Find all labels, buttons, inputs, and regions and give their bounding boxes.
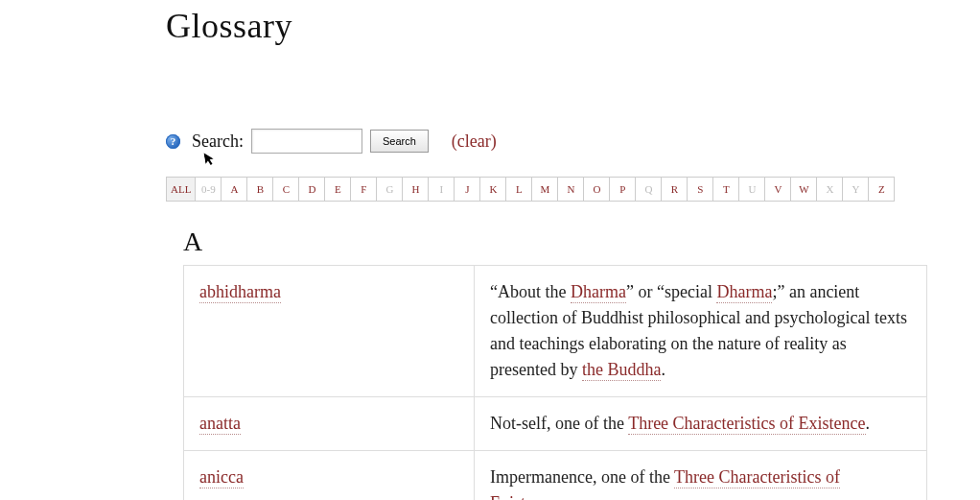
definition-cell: “About the Dharma” or “special Dharma;” … [475, 266, 927, 397]
term-link[interactable]: anatta [199, 414, 241, 435]
definition-text: . [661, 360, 665, 379]
az-cell-g: G [377, 178, 403, 201]
definition-cell: Not-self, one of the Three Characteristi… [475, 397, 927, 451]
az-cell-v[interactable]: V [765, 178, 791, 201]
az-cell-p[interactable]: P [610, 178, 636, 201]
az-cell-f[interactable]: F [351, 178, 377, 201]
az-cell-0-9: 0-9 [196, 178, 222, 201]
az-cell-m[interactable]: M [532, 178, 558, 201]
az-cell-e[interactable]: E [325, 178, 351, 201]
az-cell-s[interactable]: S [688, 178, 713, 201]
definition-text: “About the [490, 282, 571, 301]
az-cell-w[interactable]: W [791, 178, 817, 201]
az-cell-j[interactable]: J [455, 178, 480, 201]
search-button[interactable]: Search [370, 130, 429, 153]
definition-text: ” or “special [626, 282, 716, 301]
term-link[interactable]: abhidharma [199, 282, 281, 303]
inline-link[interactable]: Dharma [716, 282, 772, 303]
az-cell-z[interactable]: Z [869, 178, 894, 201]
az-cell-y: Y [843, 178, 869, 201]
term-cell: anatta [184, 397, 475, 451]
az-cell-r[interactable]: R [662, 178, 688, 201]
az-cell-n[interactable]: N [558, 178, 584, 201]
term-link[interactable]: anicca [199, 467, 244, 488]
az-cell-o[interactable]: O [584, 178, 610, 201]
term-cell: abhidharma [184, 266, 475, 397]
az-cell-t[interactable]: T [713, 178, 739, 201]
inline-link[interactable]: Three Characteristics of Existence [628, 414, 865, 435]
inline-link[interactable]: Dharma [571, 282, 626, 303]
term-cell: anicca [184, 451, 475, 501]
page-title: Glossary [166, 0, 926, 46]
table-row: anattaNot-self, one of the Three Charact… [184, 397, 927, 451]
cursor-icon [203, 151, 218, 172]
table-row: aniccaImpermanence, one of the Three Cha… [184, 451, 927, 501]
alphabet-nav: ALL0-9ABCDEFGHIJKLMNOPQRSTUVWXYZ [166, 177, 895, 202]
az-cell-h[interactable]: H [403, 178, 429, 201]
az-cell-a[interactable]: A [222, 178, 247, 201]
az-cell-c[interactable]: C [273, 178, 299, 201]
search-label: Search: [192, 131, 244, 152]
az-cell-l[interactable]: L [506, 178, 532, 201]
az-cell-x: X [817, 178, 843, 201]
help-icon[interactable]: ? [166, 134, 180, 149]
az-cell-i: I [429, 178, 455, 201]
section-letter: A [183, 226, 926, 257]
definition-text: Impermanence, one of the [490, 467, 674, 487]
search-input[interactable] [251, 129, 362, 154]
az-cell-d[interactable]: D [299, 178, 325, 201]
search-row: ? Search: Search (clear) [166, 129, 926, 154]
definition-text: Not-self, one of the [490, 414, 628, 433]
table-row: abhidharma“About the Dharma” or “special… [184, 266, 927, 397]
clear-link[interactable]: (clear) [452, 131, 497, 152]
definition-text: . [557, 493, 562, 500]
az-cell-q: Q [636, 178, 662, 201]
az-cell-b[interactable]: B [247, 178, 273, 201]
glossary-table: abhidharma“About the Dharma” or “special… [183, 265, 927, 500]
definition-cell: Impermanence, one of the Three Character… [475, 451, 927, 501]
inline-link[interactable]: the Buddha [582, 360, 662, 381]
az-cell-u: U [739, 178, 765, 201]
definition-text: . [866, 414, 871, 433]
az-cell-all[interactable]: ALL [167, 178, 196, 201]
az-cell-k[interactable]: K [480, 178, 506, 201]
